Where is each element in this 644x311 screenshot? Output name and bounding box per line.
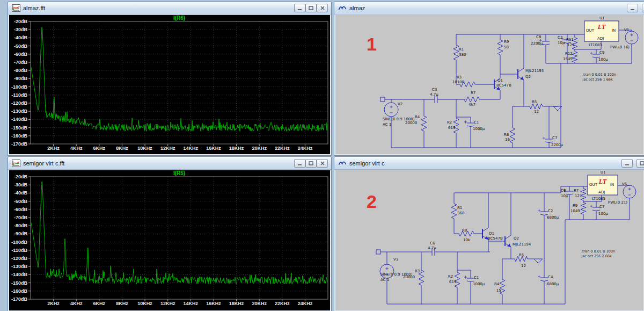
fft-plot-canvas[interactable]: 2KHz4KHz6KHz8KHz10KHz12KHz14KHz16KHz18KH… (9, 15, 330, 154)
component-label: 100µ (598, 57, 608, 62)
x-axis-label: 6KHz (93, 146, 106, 151)
minimize-icon (297, 6, 302, 10)
component-label: PWL(0 21) (608, 200, 627, 205)
component-label: 619 (448, 126, 455, 130)
maximize-button[interactable] (636, 159, 644, 168)
component-label: C2 (558, 35, 562, 40)
y-axis-label: -150dB (11, 125, 28, 131)
window-semigor-fft: semigor virt c.fft 2KHz4KHz6KHz8KHz10KHz… (8, 156, 332, 311)
resistor-symbol (453, 45, 459, 60)
voltage-source-symbol (623, 185, 636, 198)
y-axis-label: -140dB (11, 117, 28, 122)
component-label: 1000µ (473, 127, 485, 131)
plus-mark (628, 188, 631, 191)
schematic-canvas[interactable]: LT2R1360R810kQ1BC547BQ2MJL21194R512R415R… (335, 170, 643, 310)
resistor-symbol (421, 116, 427, 131)
window-semigor-schematic: semigor virt c LT2R1360R810kQ1BC547BQ2MJ… (334, 156, 644, 311)
component-label: LT1083 (589, 43, 602, 47)
x-axis-label: 24KHz (298, 301, 313, 306)
minimize-button[interactable] (294, 4, 305, 12)
titlebar-semigor-fft[interactable]: semigor virt c.fft (8, 157, 331, 170)
window-title: almaz (349, 5, 365, 11)
schematic-marker: 2 (367, 191, 377, 212)
titlebar-almaz-schematic[interactable]: almaz (334, 2, 644, 15)
y-axis-label: -130dB (11, 264, 28, 269)
plus-mark (464, 276, 467, 279)
close-button[interactable] (317, 159, 328, 168)
maximize-button[interactable] (642, 4, 644, 12)
x-axis-label: 16KHz (206, 146, 221, 151)
close-icon (320, 161, 325, 165)
component-label: C1 (474, 120, 479, 125)
maximize-button[interactable] (305, 4, 317, 12)
component-label: 1049 (570, 209, 580, 213)
titlebar-almaz-fft[interactable]: almaz.fft (8, 2, 331, 15)
fft-trace (31, 27, 327, 132)
component-label: 360 (457, 211, 464, 215)
window-title: almaz.fft (23, 5, 45, 11)
close-button[interactable] (317, 4, 328, 12)
component-label: R1 (459, 47, 464, 52)
component-label: R1 (457, 206, 462, 210)
schematic-canvas[interactable]: LT1R1380R950R310100R74k7Q1BC547BMJL21193… (335, 15, 643, 154)
maximize-button[interactable] (305, 159, 317, 168)
y-axis-label: -60dB (14, 52, 28, 57)
spice-directive: ;ac oct 256 2 66k (581, 254, 612, 258)
component-label: R2 (448, 274, 453, 279)
voltage-source-symbol (384, 103, 398, 117)
component-label: R4 (494, 282, 500, 286)
fft-plot-canvas[interactable]: 2KHz4KHz6KHz8KHz10KHz12KHz14KHz16KHz18KH… (9, 170, 330, 310)
x-axis-label: 14KHz (184, 146, 199, 151)
fft-plot-semigor: 2KHz4KHz6KHz8KHz10KHz12KHz14KHz16KHz18KH… (9, 170, 330, 310)
y-axis-label: -110dB (11, 92, 27, 98)
component-label: R3 (415, 269, 420, 273)
y-axis-label: -80dB (14, 223, 28, 228)
component-label: C1 (474, 276, 479, 280)
y-axis-label: -100dB (11, 84, 28, 90)
component-label: R12 (565, 52, 573, 56)
component-label: V1 (393, 257, 398, 262)
component-label: 2200µ (531, 41, 543, 46)
voltage-source-symbol (625, 31, 638, 44)
component-label: 380 (459, 53, 466, 57)
spice-directive: .tran 0 0.01 0 100n (581, 249, 615, 254)
y-axis-label: -30dB (14, 182, 28, 187)
component-label: Q2 (525, 75, 531, 79)
trace-label: I(R6) (173, 15, 185, 21)
minimize-button[interactable] (294, 159, 305, 168)
x-axis-label: 4KHz (70, 146, 83, 151)
x-axis-label: 8KHz (116, 146, 128, 151)
x-axis-label: 10KHz (137, 146, 152, 151)
component-label: SINE(0 0.9 1000) (380, 272, 413, 277)
titlebar-semigor-schematic[interactable]: semigor virt c (334, 157, 644, 170)
y-axis-label: -20dB (14, 19, 28, 24)
component-label: 15 (496, 288, 501, 293)
component-label: V1 (624, 28, 629, 32)
component-label: BC547B (488, 236, 503, 241)
spice-directive: .tran 0 0.01 0 100n (582, 73, 616, 77)
component-label: V6 (622, 182, 627, 186)
y-axis-label: -80dB (14, 68, 28, 73)
y-axis-label: -40dB (14, 35, 28, 40)
component-label: R8 (462, 228, 467, 233)
component-label: 10k (463, 238, 471, 242)
y-axis-label: -120dB (11, 256, 28, 261)
schematic-marker: 1 (367, 34, 377, 54)
maximize-icon (640, 161, 644, 165)
y-axis-label: -70dB (14, 215, 28, 220)
x-axis-label: 2KHz (47, 301, 60, 306)
minimize-button[interactable] (621, 159, 633, 168)
resistor-symbol (451, 204, 457, 219)
x-axis-label: 22KHz (275, 301, 290, 306)
minimize-button[interactable] (627, 4, 638, 12)
plus-mark (386, 267, 389, 270)
component-label: 100µ (598, 212, 608, 216)
y-axis-label: -160dB (11, 288, 28, 294)
component-label: AC 1 (383, 122, 391, 127)
component-label: R6 (504, 133, 509, 137)
component-label: C9 (599, 50, 604, 55)
component-label: R5 (519, 253, 524, 257)
minimize-icon (630, 6, 635, 10)
x-axis-label: 18KHz (229, 301, 244, 306)
y-axis-label: -90dB (14, 231, 28, 236)
